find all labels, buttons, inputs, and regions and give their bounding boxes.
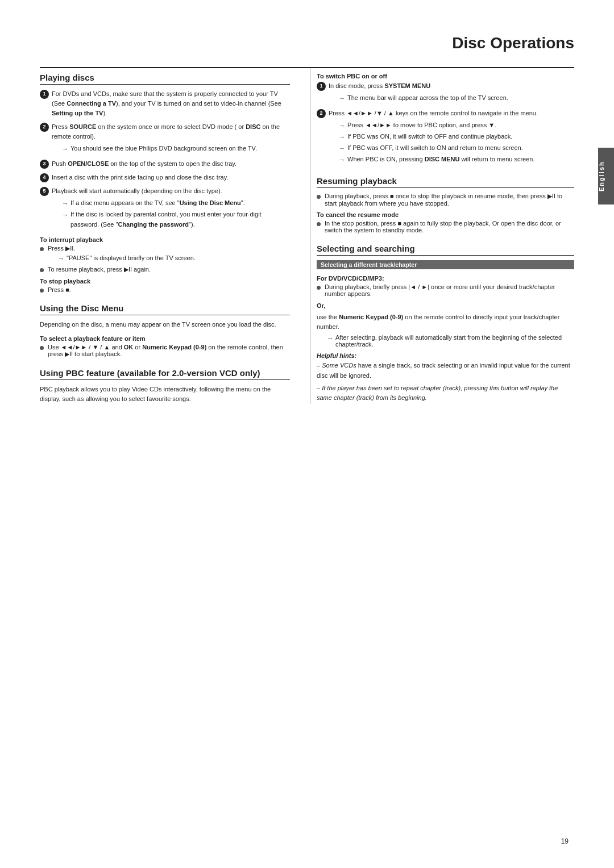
- arrow-icon: →: [62, 199, 68, 208]
- page-title: Disc Operations: [40, 34, 574, 57]
- list-number: 3: [40, 160, 49, 169]
- list-number: 2: [317, 109, 326, 118]
- arrow-item: → If PBC was OFF, it will switch to ON a…: [339, 143, 538, 153]
- bullet-icon: [40, 268, 44, 272]
- resuming-title: Resuming playback: [317, 176, 574, 188]
- arrow-item: → After selecting, playback will automat…: [327, 334, 574, 348]
- bullet-item: Use ◄◄/►► / ▼ / ▲ and OK or Numeric Keyp…: [40, 344, 290, 358]
- arrow-icon: →: [339, 144, 345, 153]
- bullet-text: Press ■.: [48, 286, 71, 293]
- bullet-icon: [40, 247, 44, 251]
- list-item: 3 Push OPEN/CLOSE on the top of the syst…: [40, 159, 290, 169]
- list-item: 2 Press SOURCE on the system once or mor…: [40, 122, 290, 155]
- bullet-icon: [317, 195, 321, 199]
- disc-menu-intro: Depending on the disc, a menu may appear…: [40, 320, 290, 329]
- arrow-text: If a disc menu appears on the TV, see "U…: [70, 198, 245, 208]
- bullet-item: Press ■.: [40, 286, 290, 293]
- arrow-icon: →: [339, 132, 345, 142]
- list-item-text: For DVDs and VCDs, make sure that the sy…: [52, 89, 290, 118]
- bullet-item: During playback, press ■ once to stop th…: [317, 193, 574, 207]
- pbc-title: Using PBC feature (available for 2.0-ver…: [40, 368, 290, 380]
- two-column-layout: Playing discs 1 For DVDs and VCDs, make …: [40, 68, 574, 404]
- bullet-text: During playback, briefly press |◄ / ►| o…: [325, 283, 574, 297]
- arrow-item: → If a disc menu appears on the TV, see …: [62, 198, 290, 208]
- bullet-icon: [317, 286, 321, 290]
- bullet-icon: [317, 222, 321, 226]
- list-number: 4: [40, 173, 49, 182]
- bullet-item: To resume playback, press ▶II again.: [40, 266, 290, 273]
- bullet-item: In the stop position, press ■ again to f…: [317, 220, 574, 233]
- dvd-label: For DVD/VCD/CD/MP3:: [317, 275, 574, 282]
- arrow-icon: →: [58, 255, 64, 262]
- arrow-text: Press ◄◄/►► to move to PBC option, and p…: [347, 120, 496, 130]
- list-item: 1 In disc mode, press SYSTEM MENU → The …: [317, 81, 574, 105]
- page: Disc Operations English Playing discs 1 …: [0, 0, 614, 868]
- arrow-text: If PBC was ON, it will switch to OFF and…: [347, 132, 512, 141]
- list-number: 1: [40, 90, 49, 99]
- arrow-item: → Press ◄◄/►► to move to PBC option, and…: [339, 120, 538, 131]
- arrow-item: → If PBC was ON, it will switch to OFF a…: [339, 132, 538, 142]
- list-item-text: Insert a disc with the print side facing…: [52, 173, 228, 182]
- arrow-item: → When PBC is ON, pressing DISC MENU wil…: [339, 155, 538, 165]
- arrow-item: → You should see the blue Philips DVD ba…: [62, 144, 290, 154]
- arrow-item: → If the disc is locked by parental cont…: [62, 210, 290, 229]
- arrow-item: → The menu bar will appear across the to…: [339, 93, 508, 103]
- arrow-icon: →: [327, 335, 333, 341]
- list-number: 2: [40, 123, 49, 132]
- bullet-text: During playback, press ■ once to stop th…: [325, 193, 574, 207]
- list-item: 4 Insert a disc with the print side faci…: [40, 173, 290, 182]
- arrow-icon: →: [62, 210, 68, 220]
- playing-discs-list: 1 For DVDs and VCDs, make sure that the …: [40, 89, 290, 231]
- arrow-icon: →: [62, 144, 68, 154]
- or-text: use the Numeric Keypad (0-9) on the remo…: [317, 312, 574, 332]
- bullet-item: Press ▶II. → "PAUSE" is displayed briefl…: [40, 245, 290, 263]
- arrow-text: After selecting, playback will automatic…: [335, 334, 574, 348]
- or-label: Or,: [317, 301, 574, 311]
- sidebar-english-label: English: [598, 148, 614, 205]
- list-item: 1 For DVDs and VCDs, make sure that the …: [40, 89, 290, 118]
- helpful-item-1: – Some VCDs have a single track, so trac…: [317, 361, 574, 380]
- arrow-item: → "PAUSE" is displayed briefly on the TV…: [58, 254, 196, 262]
- playing-discs-title: Playing discs: [40, 73, 290, 85]
- helpful-label: Helpful hints:: [317, 352, 574, 359]
- arrow-text: If the disc is locked by parental contro…: [70, 210, 290, 229]
- stop-label: To stop playback: [40, 278, 290, 285]
- list-item-text: Playback will start automatically (depen…: [52, 186, 290, 230]
- bullet-item: During playback, briefly press |◄ / ►| o…: [317, 283, 574, 297]
- pbc-intro: PBC playback allows you to play Video CD…: [40, 385, 290, 404]
- bullet-icon: [40, 289, 44, 293]
- list-item: 5 Playback will start automatically (dep…: [40, 186, 290, 230]
- subsection-bar: Selecting a different track/chapter: [317, 260, 574, 269]
- arrow-text: The menu bar will appear across the top …: [347, 93, 508, 103]
- arrow-icon: →: [339, 94, 345, 103]
- arrow-text: If PBC was OFF, it will switch to ON and…: [347, 143, 523, 153]
- bullet-text: To resume playback, press ▶II again.: [48, 266, 151, 273]
- switch-pbc-title: To switch PBC on or off: [317, 73, 574, 80]
- list-item-text: In disc mode, press SYSTEM MENU → The me…: [329, 81, 508, 105]
- list-item: 2 Press ◄◄/►► /▼ / ▲ keys on the remote …: [317, 108, 574, 166]
- list-item-text: Press ◄◄/►► /▼ / ▲ keys on the remote co…: [329, 108, 538, 166]
- list-number: 5: [40, 187, 49, 196]
- selecting-title: Selecting and searching: [317, 244, 574, 256]
- disc-menu-title: Using the Disc Menu: [40, 303, 290, 315]
- right-column: To switch PBC on or off 1 In disc mode, …: [310, 68, 574, 404]
- list-item-text: Push OPEN/CLOSE on the top of the system…: [52, 159, 237, 169]
- switch-pbc-list: 1 In disc mode, press SYSTEM MENU → The …: [317, 81, 574, 166]
- helpful-item-2: – If the player has been set to repeat c…: [317, 383, 574, 403]
- arrow-icon: →: [339, 155, 345, 165]
- select-label: To select a playback feature or item: [40, 335, 290, 342]
- interrupt-label: To interrupt playback: [40, 236, 290, 243]
- arrow-text: "PAUSE" is displayed briefly on the TV s…: [67, 254, 196, 261]
- left-column: Playing discs 1 For DVDs and VCDs, make …: [40, 68, 290, 404]
- bullet-text: In the stop position, press ■ again to f…: [325, 220, 574, 233]
- bullet-text: Use ◄◄/►► / ▼ / ▲ and OK or Numeric Keyp…: [48, 344, 290, 358]
- bullet-icon: [40, 346, 44, 350]
- arrow-text: You should see the blue Philips DVD back…: [70, 144, 257, 153]
- page-number: 19: [561, 837, 569, 845]
- cancel-resume-label: To cancel the resume mode: [317, 211, 574, 218]
- list-item-text: Press SOURCE on the system once or more …: [52, 122, 290, 155]
- arrow-icon: →: [339, 121, 345, 131]
- bullet-text: Press ▶II. → "PAUSE" is displayed briefl…: [48, 245, 196, 263]
- list-number: 1: [317, 82, 326, 91]
- arrow-text: When PBC is ON, pressing DISC MENU will …: [347, 155, 535, 164]
